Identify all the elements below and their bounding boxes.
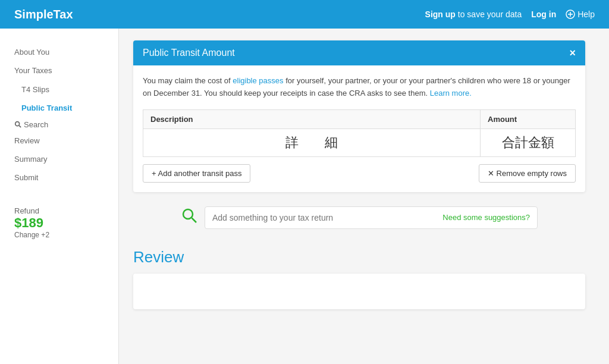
help-label: Help <box>577 10 595 19</box>
search-section: Need some suggestions? <box>133 206 585 229</box>
header-nav: Sign up to save your data Log in Help <box>425 10 595 19</box>
help-button[interactable]: Help <box>566 10 595 19</box>
add-transit-pass-button[interactable]: + Add another transit pass <box>143 164 250 183</box>
login-button[interactable]: Log in <box>531 10 556 19</box>
remove-empty-rows-button[interactable]: ✕ Remove empty rows <box>479 164 576 183</box>
search-label: Search <box>24 120 48 129</box>
svg-line-6 <box>192 218 197 223</box>
table-row: 詳 細 合計金額 <box>143 128 576 156</box>
sidebar-item-submit[interactable]: Submit <box>10 168 109 187</box>
table-actions: + Add another transit pass ✕ Remove empt… <box>143 164 576 183</box>
review-section: Review <box>133 248 585 309</box>
card-header: Public Transit Amount × <box>133 40 585 65</box>
refund-section: Refund $189 Change +2 <box>10 202 109 244</box>
sidebar-item-review[interactable]: Review <box>10 131 109 150</box>
svg-line-4 <box>19 125 21 127</box>
search-input-wrapper: Need some suggestions? <box>205 206 538 229</box>
eligible-passes-link[interactable]: eligible passes <box>233 76 283 85</box>
col-amount: Amount <box>481 109 576 128</box>
sidebar-item-summary[interactable]: Summary <box>10 150 109 168</box>
signup-link[interactable]: Sign up <box>425 10 456 19</box>
svg-point-3 <box>15 122 20 126</box>
desc-before-link: You may claim the cost of <box>143 76 233 85</box>
search-icon-large <box>181 207 197 228</box>
card-title: Public Transit Amount <box>143 48 235 58</box>
learn-more-link[interactable]: Learn more. <box>430 89 472 98</box>
search-suggestion[interactable]: Need some suggestions? <box>442 213 530 222</box>
public-transit-card: Public Transit Amount × You may claim th… <box>133 40 585 192</box>
search-icon <box>14 121 21 128</box>
sidebar: About You Your Taxes T4 Slips Public Tra… <box>0 29 119 364</box>
svg-point-5 <box>183 209 193 219</box>
refund-change: Change +2 <box>14 231 104 239</box>
main-content: Public Transit Amount × You may claim th… <box>119 29 609 364</box>
tax-search-input[interactable] <box>212 207 442 228</box>
col-description: Description <box>143 109 481 128</box>
card-body: You may claim the cost of eligible passe… <box>133 65 585 192</box>
refund-amount: $189 <box>14 215 104 231</box>
card-description: You may claim the cost of eligible passe… <box>143 75 576 100</box>
logo: SimpleTax <box>14 8 425 21</box>
header: SimpleTax Sign up to save your data Log … <box>0 0 609 29</box>
sidebar-item-public-transit[interactable]: Public Transit <box>10 99 109 117</box>
sidebar-item-t4-slips[interactable]: T4 Slips <box>10 80 109 99</box>
close-button[interactable]: × <box>569 48 576 58</box>
transit-table: Description Amount 詳 細 合計金額 <box>143 109 576 157</box>
cell-amount[interactable]: 合計金額 <box>481 128 576 156</box>
circle-plus-icon <box>566 10 575 19</box>
sidebar-item-about-you[interactable]: About You <box>10 43 109 61</box>
sidebar-item-search[interactable]: Search <box>10 118 109 131</box>
review-title: Review <box>133 248 585 266</box>
cell-description[interactable]: 詳 細 <box>143 128 481 156</box>
magnify-icon <box>181 207 197 224</box>
sidebar-item-your-taxes[interactable]: Your Taxes <box>10 61 109 80</box>
review-card <box>133 274 585 309</box>
refund-label: Refund <box>14 206 104 215</box>
header-signup: Sign up to save your data <box>425 10 522 19</box>
